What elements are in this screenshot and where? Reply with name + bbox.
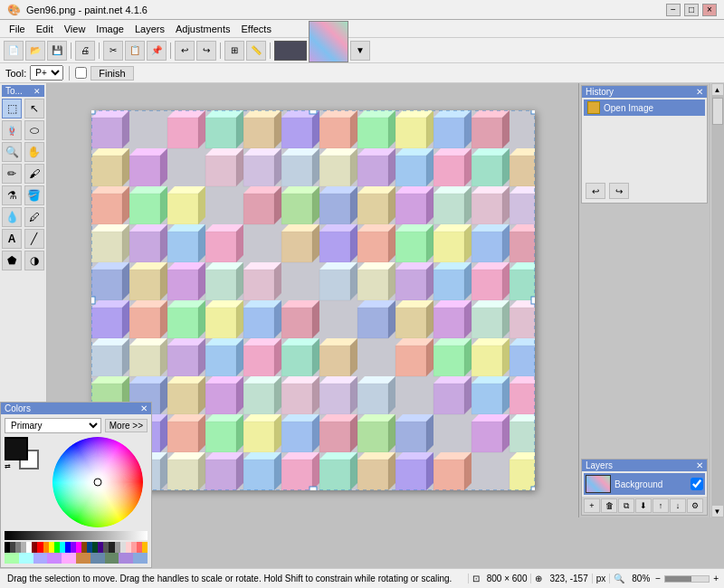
color-palette[interactable] xyxy=(5,542,148,564)
layer-up-button[interactable]: ↑ xyxy=(653,498,669,513)
paste-button[interactable]: 📌 xyxy=(147,41,167,61)
history-close-button[interactable]: ✕ xyxy=(696,87,703,97)
menu-image[interactable]: Image xyxy=(90,22,129,36)
layers-close-button[interactable]: ✕ xyxy=(696,460,703,470)
title-bar: 🎨 Gen96.png - paint.net 4.1.6 − □ × xyxy=(0,0,724,20)
layer-add-button[interactable]: + xyxy=(584,498,600,513)
tool-select-ellipse[interactable]: ⬭ xyxy=(24,120,44,140)
history-content: Open Image xyxy=(582,98,707,179)
history-redo-button[interactable]: ↪ xyxy=(609,183,629,199)
layer-down-button[interactable]: ↓ xyxy=(670,498,686,513)
new-button[interactable]: 📄 xyxy=(4,41,24,61)
scroll-thumb[interactable] xyxy=(712,98,723,125)
tools-panel-close[interactable]: ✕ xyxy=(33,87,41,96)
history-panel-title: History ✕ xyxy=(582,86,707,98)
layer-merge-button[interactable]: ⬇ xyxy=(635,498,652,513)
layer-visibility-checkbox[interactable] xyxy=(691,478,703,490)
palette-cell[interactable] xyxy=(5,553,19,564)
palette-cell[interactable] xyxy=(119,553,133,564)
more-button[interactable]: More >> xyxy=(105,419,148,432)
palette-cell[interactable] xyxy=(19,553,33,564)
image-preview-area: ▼ xyxy=(274,30,370,71)
undo-button[interactable]: ↩ xyxy=(175,41,195,61)
tool-select-rect[interactable]: ⬚ xyxy=(2,99,22,119)
menu-file[interactable]: File xyxy=(4,22,31,36)
scroll-track[interactable] xyxy=(711,96,724,505)
canvas-container xyxy=(91,110,535,490)
layer-delete-button[interactable]: 🗑 xyxy=(601,498,617,513)
colors-close-button[interactable]: ✕ xyxy=(140,403,148,413)
color-swatches-area: ⇄ xyxy=(5,437,148,527)
layer-props-button[interactable]: ⚙ xyxy=(687,498,703,513)
open-button[interactable]: 📂 xyxy=(25,41,45,61)
scroll-down-arrow[interactable]: ▼ xyxy=(711,505,724,517)
palette-cell[interactable] xyxy=(133,553,148,564)
scroll-up-arrow[interactable]: ▲ xyxy=(711,83,724,96)
tool-color-pick[interactable]: 💧 xyxy=(2,207,22,227)
tool-brush[interactable]: 🖌 xyxy=(24,164,44,184)
menu-edit[interactable]: Edit xyxy=(31,22,59,36)
layers-content: Background xyxy=(582,471,707,497)
main-canvas[interactable] xyxy=(91,110,535,490)
redo-button[interactable]: ↪ xyxy=(196,41,216,61)
zoom-in-button[interactable]: + xyxy=(711,574,720,583)
layer-name: Background xyxy=(614,479,687,489)
zoom-icon: 🔍 xyxy=(610,574,628,583)
tool-select-move[interactable]: ↖ xyxy=(24,99,44,119)
toolbar-sep-5 xyxy=(270,43,271,59)
copy-button[interactable]: 📋 xyxy=(125,41,145,61)
cut-button[interactable]: ✂ xyxy=(103,41,123,61)
right-scrollbar[interactable]: ▲ ▼ xyxy=(710,83,724,517)
tool-pencil[interactable]: ✏ xyxy=(2,164,22,184)
tool-zoom[interactable]: 🔍 xyxy=(2,142,22,162)
tool-fill[interactable]: 🪣 xyxy=(24,185,44,205)
tool-pan[interactable]: ✋ xyxy=(24,142,44,162)
grid-button[interactable]: ⊞ xyxy=(224,41,244,61)
tool-line[interactable]: ╱ xyxy=(24,229,44,249)
tool-clone[interactable]: 🖊 xyxy=(24,207,44,227)
tool-shapes[interactable]: ⬟ xyxy=(2,251,22,270)
color-wheel[interactable] xyxy=(52,437,143,527)
status-bar: Drag the selection to move. Drag the han… xyxy=(0,568,724,588)
gradient-bar[interactable] xyxy=(5,531,148,540)
tool-text[interactable]: A xyxy=(2,229,22,249)
primary-swatch[interactable] xyxy=(5,437,28,460)
menu-adjustments[interactable]: Adjustments xyxy=(170,22,236,36)
menu-layers[interactable]: Layers xyxy=(129,22,170,36)
palette-cell[interactable] xyxy=(33,553,48,564)
opts-checkbox[interactable] xyxy=(75,67,87,79)
tool-mode-select[interactable]: P+ xyxy=(30,65,63,81)
tool-gradient[interactable]: ◑ xyxy=(24,251,44,270)
layer-item-background[interactable]: Background xyxy=(584,473,705,495)
window-controls: − □ × xyxy=(666,4,717,16)
zoom-out-button[interactable]: − xyxy=(653,574,662,583)
tool-eraser[interactable]: ⚗ xyxy=(2,185,22,205)
tool-grid: ⬚ ↖ 🪢 ⬭ 🔍 ✋ ✏ 🖌 ⚗ 🪣 💧 🖊 A ╱ ⬟ ◑ xyxy=(2,99,44,270)
finish-button[interactable]: Finish xyxy=(90,66,133,81)
print-button[interactable]: 🖨 xyxy=(75,41,95,61)
menu-effects[interactable]: Effects xyxy=(236,22,277,36)
minimize-button[interactable]: − xyxy=(666,4,681,16)
palette-cell[interactable] xyxy=(62,553,76,564)
tool-lasso[interactable]: 🪢 xyxy=(2,120,22,140)
thumbnail-menu-button[interactable]: ▼ xyxy=(350,41,370,61)
color-mode-select[interactable]: Primary xyxy=(5,418,101,433)
palette-cell[interactable] xyxy=(76,553,90,564)
palette-cell[interactable] xyxy=(47,553,62,564)
palette-cell[interactable] xyxy=(142,542,148,553)
status-unit: px xyxy=(593,574,611,583)
menu-view[interactable]: View xyxy=(59,22,91,36)
layer-duplicate-button[interactable]: ⧉ xyxy=(618,498,634,513)
maximize-button[interactable]: □ xyxy=(684,4,699,16)
palette-cell[interactable] xyxy=(90,553,105,564)
ruler-button[interactable]: 📏 xyxy=(246,41,266,61)
save-button[interactable]: 💾 xyxy=(47,41,67,61)
palette-cell[interactable] xyxy=(105,553,119,564)
zoom-slider[interactable] xyxy=(664,575,710,583)
history-item-open-image[interactable]: Open Image xyxy=(584,100,705,116)
opts-sep xyxy=(69,66,70,81)
swap-colors-button[interactable]: ⇄ xyxy=(5,462,11,470)
zoom-slider-fill xyxy=(665,576,691,582)
history-undo-button[interactable]: ↩ xyxy=(586,183,605,199)
close-button[interactable]: × xyxy=(702,4,717,16)
